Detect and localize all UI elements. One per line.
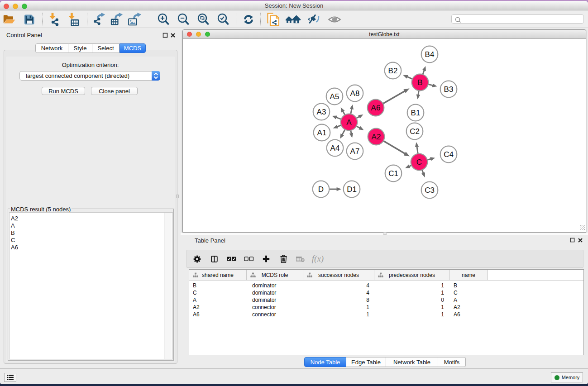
svg-text:C: C bbox=[416, 158, 422, 167]
svg-text:C4: C4 bbox=[444, 150, 454, 159]
svg-text:D: D bbox=[318, 185, 324, 194]
svg-text:A7: A7 bbox=[350, 147, 360, 156]
svg-text:B4: B4 bbox=[425, 50, 435, 59]
svg-text:A3: A3 bbox=[317, 108, 326, 116]
svg-text:A: A bbox=[346, 118, 352, 127]
svg-text:D1: D1 bbox=[347, 185, 357, 194]
svg-text:B2: B2 bbox=[388, 67, 398, 75]
svg-text:A6: A6 bbox=[371, 104, 381, 112]
svg-text:B3: B3 bbox=[444, 85, 454, 94]
svg-text:A2: A2 bbox=[372, 133, 381, 141]
svg-text:B1: B1 bbox=[411, 109, 421, 117]
svg-text:A4: A4 bbox=[330, 144, 340, 152]
svg-text:C1: C1 bbox=[388, 169, 398, 178]
svg-text:A8: A8 bbox=[350, 89, 360, 98]
svg-text:B: B bbox=[417, 78, 422, 87]
svg-text:A1: A1 bbox=[317, 129, 327, 137]
svg-text:C3: C3 bbox=[425, 186, 435, 195]
svg-text:A5: A5 bbox=[330, 92, 339, 101]
svg-text:C2: C2 bbox=[410, 127, 420, 136]
